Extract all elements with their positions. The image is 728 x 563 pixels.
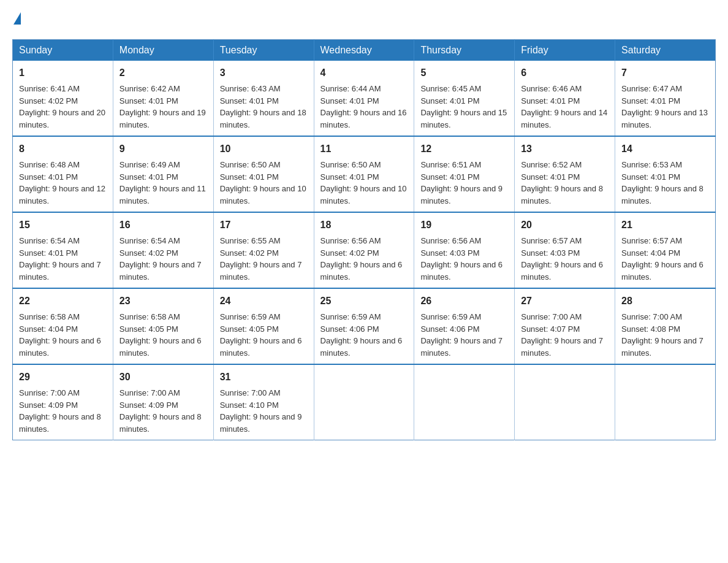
calendar-cell: 29Sunrise: 7:00 AMSunset: 4:09 PMDayligh… — [13, 364, 113, 440]
calendar-cell: 13Sunrise: 6:52 AMSunset: 4:01 PMDayligh… — [515, 136, 615, 212]
day-sunrise: Sunrise: 7:00 AM — [119, 388, 180, 397]
day-sunrise: Sunrise: 6:43 AM — [220, 84, 281, 93]
day-number: 9 — [119, 142, 207, 156]
day-sunrise: Sunrise: 7:00 AM — [621, 312, 682, 321]
day-number: 27 — [521, 294, 609, 308]
day-sunrise: Sunrise: 6:59 AM — [320, 312, 381, 321]
day-sunset: Sunset: 4:01 PM — [119, 172, 178, 182]
day-daylight: Daylight: 9 hours and 8 minutes. — [621, 184, 703, 205]
day-number: 1 — [19, 66, 107, 80]
day-daylight: Daylight: 9 hours and 7 minutes. — [521, 336, 603, 358]
calendar-cell: 30Sunrise: 7:00 AMSunset: 4:09 PMDayligh… — [113, 364, 213, 440]
day-sunrise: Sunrise: 6:57 AM — [521, 236, 582, 245]
calendar-cell: 28Sunrise: 7:00 AMSunset: 4:08 PMDayligh… — [615, 288, 716, 364]
day-daylight: Daylight: 9 hours and 12 minutes. — [19, 184, 105, 205]
calendar-cell: 19Sunrise: 6:56 AMSunset: 4:03 PMDayligh… — [414, 212, 515, 288]
day-sunset: Sunset: 4:01 PM — [220, 96, 279, 105]
day-sunrise: Sunrise: 6:53 AM — [621, 160, 682, 169]
calendar-cell — [414, 364, 515, 440]
day-daylight: Daylight: 9 hours and 7 minutes. — [220, 260, 302, 282]
calendar-week-row: 22Sunrise: 6:58 AMSunset: 4:04 PMDayligh… — [13, 288, 716, 364]
day-daylight: Daylight: 9 hours and 15 minutes. — [420, 108, 507, 129]
weekday-header-sunday: Sunday — [13, 40, 113, 61]
day-sunset: Sunset: 4:01 PM — [420, 96, 479, 105]
day-sunrise: Sunrise: 6:52 AM — [521, 160, 582, 169]
day-sunrise: Sunrise: 6:47 AM — [621, 84, 682, 93]
day-sunset: Sunset: 4:01 PM — [119, 96, 178, 105]
calendar-cell: 25Sunrise: 6:59 AMSunset: 4:06 PMDayligh… — [314, 288, 414, 364]
day-sunrise: Sunrise: 6:45 AM — [420, 84, 481, 93]
calendar-cell — [515, 364, 615, 440]
day-sunset: Sunset: 4:01 PM — [320, 172, 379, 182]
day-sunrise: Sunrise: 6:41 AM — [19, 84, 80, 93]
day-daylight: Daylight: 9 hours and 6 minutes. — [320, 260, 403, 282]
day-sunset: Sunset: 4:01 PM — [220, 172, 279, 182]
calendar-week-row: 8Sunrise: 6:48 AMSunset: 4:01 PMDaylight… — [13, 136, 716, 212]
day-sunrise: Sunrise: 6:54 AM — [19, 236, 80, 245]
day-daylight: Daylight: 9 hours and 9 minutes. — [420, 184, 502, 205]
logo — [12, 12, 21, 27]
logo-triangle-icon — [13, 12, 21, 25]
weekday-header-wednesday: Wednesday — [314, 40, 414, 61]
day-sunrise: Sunrise: 6:49 AM — [119, 160, 180, 169]
day-daylight: Daylight: 9 hours and 6 minutes. — [621, 260, 703, 282]
day-sunset: Sunset: 4:04 PM — [19, 324, 78, 334]
day-sunset: Sunset: 4:03 PM — [521, 248, 580, 258]
day-number: 11 — [320, 142, 408, 156]
day-number: 21 — [621, 218, 709, 232]
calendar-cell: 5Sunrise: 6:45 AMSunset: 4:01 PMDaylight… — [414, 61, 515, 136]
calendar-cell: 1Sunrise: 6:41 AMSunset: 4:02 PMDaylight… — [13, 61, 113, 136]
calendar-cell — [314, 364, 414, 440]
calendar-cell: 9Sunrise: 6:49 AMSunset: 4:01 PMDaylight… — [113, 136, 213, 212]
day-sunrise: Sunrise: 6:44 AM — [320, 84, 381, 93]
calendar-cell: 14Sunrise: 6:53 AMSunset: 4:01 PMDayligh… — [615, 136, 716, 212]
weekday-header-tuesday: Tuesday — [213, 40, 314, 61]
day-number: 12 — [420, 142, 508, 156]
day-sunset: Sunset: 4:07 PM — [521, 324, 580, 334]
day-number: 6 — [521, 66, 609, 80]
day-daylight: Daylight: 9 hours and 7 minutes. — [19, 260, 101, 282]
day-number: 15 — [19, 218, 107, 232]
day-number: 4 — [320, 66, 408, 80]
day-sunset: Sunset: 4:01 PM — [621, 96, 680, 105]
day-sunset: Sunset: 4:01 PM — [19, 172, 78, 182]
day-daylight: Daylight: 9 hours and 8 minutes. — [521, 184, 603, 205]
day-number: 3 — [220, 66, 308, 80]
day-sunrise: Sunrise: 6:51 AM — [420, 160, 481, 169]
calendar-cell: 3Sunrise: 6:43 AMSunset: 4:01 PMDaylight… — [213, 61, 314, 136]
day-number: 24 — [220, 294, 308, 308]
calendar-cell: 7Sunrise: 6:47 AMSunset: 4:01 PMDaylight… — [615, 61, 716, 136]
day-daylight: Daylight: 9 hours and 19 minutes. — [119, 108, 206, 129]
calendar-cell: 12Sunrise: 6:51 AMSunset: 4:01 PMDayligh… — [414, 136, 515, 212]
day-number: 31 — [220, 370, 308, 385]
day-sunrise: Sunrise: 6:58 AM — [19, 312, 80, 321]
day-number: 29 — [19, 370, 107, 385]
day-daylight: Daylight: 9 hours and 6 minutes. — [220, 336, 302, 358]
day-number: 19 — [420, 218, 508, 232]
day-sunrise: Sunrise: 7:00 AM — [521, 312, 582, 321]
day-daylight: Daylight: 9 hours and 18 minutes. — [220, 108, 306, 129]
day-number: 7 — [621, 66, 709, 80]
day-sunset: Sunset: 4:01 PM — [320, 96, 379, 105]
day-sunrise: Sunrise: 6:46 AM — [521, 84, 582, 93]
day-daylight: Daylight: 9 hours and 8 minutes. — [19, 412, 101, 434]
weekday-header-thursday: Thursday — [414, 40, 515, 61]
day-daylight: Daylight: 9 hours and 6 minutes. — [19, 336, 101, 358]
day-sunset: Sunset: 4:10 PM — [220, 400, 279, 410]
day-daylight: Daylight: 9 hours and 10 minutes. — [320, 184, 407, 205]
calendar-cell: 4Sunrise: 6:44 AMSunset: 4:01 PMDaylight… — [314, 61, 414, 136]
day-number: 22 — [19, 294, 107, 308]
calendar-cell: 18Sunrise: 6:56 AMSunset: 4:02 PMDayligh… — [314, 212, 414, 288]
day-daylight: Daylight: 9 hours and 7 minutes. — [621, 336, 703, 358]
day-sunset: Sunset: 4:09 PM — [119, 400, 178, 410]
day-sunset: Sunset: 4:05 PM — [119, 324, 178, 334]
calendar-cell: 27Sunrise: 7:00 AMSunset: 4:07 PMDayligh… — [515, 288, 615, 364]
day-daylight: Daylight: 9 hours and 6 minutes. — [521, 260, 603, 282]
calendar-cell: 22Sunrise: 6:58 AMSunset: 4:04 PMDayligh… — [13, 288, 113, 364]
day-sunset: Sunset: 4:09 PM — [19, 400, 78, 410]
day-number: 16 — [119, 218, 207, 232]
calendar-table: SundayMondayTuesdayWednesdayThursdayFrid… — [12, 39, 716, 440]
day-number: 2 — [119, 66, 207, 80]
day-sunset: Sunset: 4:03 PM — [420, 248, 479, 258]
calendar-week-row: 29Sunrise: 7:00 AMSunset: 4:09 PMDayligh… — [13, 364, 716, 440]
